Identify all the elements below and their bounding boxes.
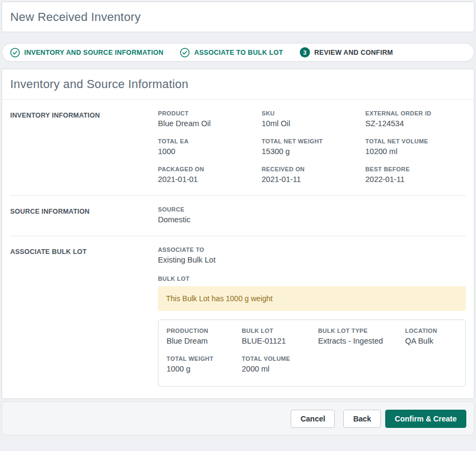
- section-label: SOURCE INFORMATION: [10, 206, 158, 224]
- bulk-lot-fields: PRODUCTION Blue Dream BULK LOT BLUE-0112…: [167, 328, 457, 373]
- confirm-and-create-button[interactable]: Confirm & Create: [385, 410, 466, 428]
- section-inventory-information: INVENTORY INFORMATION PRODUCT Blue Dream…: [2, 100, 474, 195]
- field-product: PRODUCT Blue Dream Oil: [158, 110, 262, 128]
- associate-fields: ASSOCIATE TO Existing Bulk Lot BULK LOT …: [158, 246, 466, 387]
- check-circle-icon: [10, 48, 20, 57]
- page-title: New Received Inventory: [10, 10, 466, 24]
- review-card-title: Inventory and Source Information: [10, 77, 466, 91]
- field-best-before: BEST BEFORE 2022-01-11: [365, 166, 466, 184]
- wizard-stepper: INVENTORY AND SOURCE INFORMATION ASSOCIA…: [2, 43, 474, 62]
- section-label: INVENTORY INFORMATION: [10, 110, 158, 184]
- source-fields: SOURCE Domestic: [158, 206, 466, 224]
- bulk-lot-weight-warning: This Bulk Lot has 1000 g weight: [158, 286, 466, 311]
- step-associate-to-bulk-lot[interactable]: ASSOCIATE TO BULK LOT: [180, 48, 283, 57]
- field-received-on: RECEIVED ON 2021-01-11: [262, 166, 365, 184]
- step-inventory-and-source-information[interactable]: INVENTORY AND SOURCE INFORMATION: [10, 48, 163, 57]
- bulk-lot-label: BULK LOT: [158, 275, 466, 282]
- field-external-order-id: EXTERNAL ORDER ID SZ-124534: [365, 110, 466, 128]
- step-label: INVENTORY AND SOURCE INFORMATION: [24, 49, 163, 56]
- field-packaged-on: PACKAGED ON 2021-01-01: [158, 166, 262, 184]
- field-total-weight: TOTAL WEIGHT 1000 g: [167, 355, 231, 373]
- back-button[interactable]: Back: [343, 410, 380, 428]
- step-review-and-confirm[interactable]: 3 REVIEW AND CONFIRM: [300, 47, 393, 57]
- step-number-badge: 3: [300, 47, 310, 57]
- footer-action-bar: Cancel Back Confirm & Create: [2, 402, 474, 435]
- step-label: ASSOCIATE TO BULK LOT: [194, 49, 283, 56]
- bulk-lot-details-card: PRODUCTION Blue Dream BULK LOT BLUE-0112…: [158, 319, 466, 387]
- field-production: PRODUCTION Blue Dream: [167, 328, 231, 345]
- field-total-net-weight: TOTAL NET WEIGHT 15300 g: [262, 138, 365, 156]
- field-bulk-lot-type: BULK LOT TYPE Extracts - Ingested: [318, 328, 394, 345]
- review-card-header: Inventory and Source Information: [2, 69, 474, 100]
- field-total-net-volume: TOTAL NET VOLUME 10200 ml: [365, 138, 466, 156]
- section-label: ASSOCIATE BULK LOT: [10, 246, 158, 387]
- field-source: SOURCE Domestic: [158, 206, 262, 224]
- section-source-information: SOURCE INFORMATION SOURCE Domestic: [2, 196, 474, 236]
- field-location: LOCATION QA Bulk: [405, 328, 457, 345]
- field-bulk-lot: BULK LOT BLUE-01121: [242, 328, 307, 345]
- field-total-volume: TOTAL VOLUME 2000 ml: [242, 355, 307, 373]
- inventory-fields: PRODUCT Blue Dream Oil SKU 10ml Oil EXTE…: [158, 110, 466, 184]
- section-associate-bulk-lot: ASSOCIATE BULK LOT ASSOCIATE TO Existing…: [2, 236, 474, 398]
- check-circle-icon: [180, 48, 190, 57]
- review-card: Inventory and Source Information INVENTO…: [2, 69, 474, 399]
- field-total-ea: TOTAL EA 1000: [158, 138, 262, 156]
- cancel-button[interactable]: Cancel: [291, 410, 335, 428]
- page-header-card: New Received Inventory: [2, 2, 474, 32]
- field-sku: SKU 10ml Oil: [262, 110, 365, 128]
- step-label: REVIEW AND CONFIRM: [314, 49, 393, 56]
- field-associate-to: ASSOCIATE TO Existing Bulk Lot: [158, 246, 466, 264]
